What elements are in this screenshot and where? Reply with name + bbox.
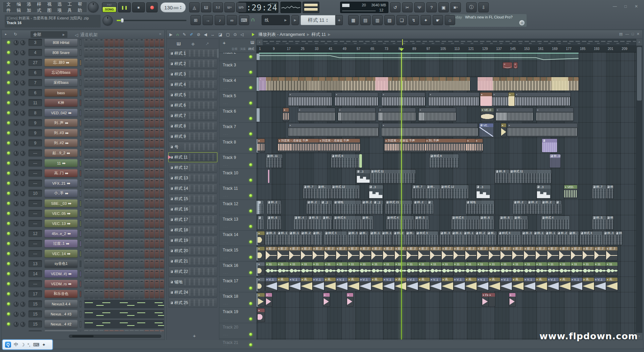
playlist-clip[interactable]: 样..2 — [557, 231, 569, 245]
step-button[interactable] — [89, 169, 94, 177]
channel-enable-led[interactable] — [7, 322, 10, 326]
step-button[interactable] — [94, 159, 99, 167]
channel-volume-knob[interactable] — [20, 191, 25, 196]
channel-enable-led[interactable] — [7, 202, 10, 205]
track-options-dots[interactable]: ··· — [223, 225, 228, 229]
step-button[interactable] — [160, 99, 164, 107]
pattern-selector[interactable]: 样式 11 ▲▼ — [301, 15, 335, 25]
step-button[interactable] — [114, 109, 119, 117]
playlist-clip[interactable]: ..2 — [321, 200, 332, 214]
step-button[interactable] — [109, 220, 114, 228]
step-button[interactable] — [124, 179, 129, 187]
track-options-dots[interactable]: ··· — [223, 102, 228, 105]
channel-volume-knob[interactable] — [20, 211, 25, 216]
step-button[interactable] — [114, 129, 119, 137]
track-options-dots[interactable]: ··· — [223, 272, 228, 275]
playlist-clip[interactable]: ▸11 — [477, 262, 488, 276]
step-button[interactable] — [140, 189, 144, 197]
step-button[interactable] — [155, 159, 159, 167]
channel-pan-knob[interactable] — [14, 261, 18, 266]
step-button[interactable] — [150, 280, 154, 288]
playlist-clip[interactable]: ▸11 — [442, 262, 453, 276]
step-button[interactable] — [129, 59, 134, 67]
playlist-track-row[interactable]: 样..6样..4样..5样..样式 6样..样式 4样..5样式 6样..6样.… — [256, 215, 636, 230]
playlist-clip[interactable]: ▸ — [258, 293, 265, 306]
step-button[interactable] — [145, 89, 149, 97]
channel-enable-led[interactable] — [7, 162, 10, 165]
step-button[interactable] — [155, 169, 159, 177]
track-header[interactable]: Track 12··· — [219, 199, 256, 215]
step-button[interactable] — [124, 149, 129, 157]
channel-enable-led[interactable] — [7, 91, 10, 94]
playlist-clip[interactable]: 样式 11 — [509, 170, 551, 183]
step-button[interactable] — [155, 330, 159, 331]
track-options-dots[interactable]: ··· — [223, 241, 228, 244]
step-button[interactable] — [89, 220, 94, 228]
step-button[interactable] — [145, 240, 149, 248]
step-button[interactable] — [135, 290, 139, 298]
tempo-display[interactable]: 130.000 ▲▼ — [160, 2, 186, 12]
step-button[interactable] — [140, 69, 144, 77]
minimize-icon[interactable]: — — [625, 32, 629, 36]
playlist-clip[interactable]: ▸ — [266, 293, 272, 306]
channel-enable-led[interactable] — [7, 312, 10, 315]
track-options-dots[interactable]: ··· — [223, 344, 228, 347]
track-header[interactable]: Track 15··· — [219, 246, 256, 261]
track-header[interactable]: Track 13··· — [219, 215, 256, 230]
menu-item-样式[interactable]: 样式 — [37, 1, 43, 13]
step-button[interactable] — [155, 49, 159, 57]
channel-enable-led[interactable] — [7, 71, 10, 74]
step-button[interactable] — [160, 129, 164, 137]
step-button[interactable] — [114, 240, 119, 248]
step-button[interactable] — [129, 220, 134, 228]
playlist-track-row[interactable]: ▸▸V..1▸V..1▸V..1▸V..1▸V..1▸V..1▸V..1▸V..… — [256, 277, 636, 292]
step-button[interactable] — [145, 220, 149, 228]
pattern-item[interactable]: 样式 13 — [168, 173, 217, 183]
save-new-button[interactable]: ▣+ — [450, 2, 461, 12]
menu-item-编辑[interactable]: 编辑 — [16, 1, 22, 13]
playlist-clip[interactable]: ▸起..2 — [594, 247, 606, 260]
step-button[interactable] — [129, 250, 134, 258]
step-button[interactable] — [94, 260, 99, 268]
track-options-dots[interactable]: ··· — [223, 148, 228, 152]
step-button[interactable] — [140, 79, 144, 87]
channel-pan-knob[interactable] — [14, 131, 18, 135]
playlist-clip[interactable] — [375, 77, 388, 91]
step-button[interactable] — [119, 230, 124, 238]
step-button[interactable] — [94, 149, 99, 157]
playlist-clip[interactable]: 样.. — [606, 185, 613, 198]
step-button[interactable] — [140, 159, 144, 167]
playlist-clip[interactable]: 样..8 — [495, 170, 509, 183]
step-button[interactable] — [150, 79, 154, 87]
step-button[interactable] — [99, 220, 104, 228]
channel-volume-knob[interactable] — [20, 261, 25, 266]
track-options-dots[interactable]: ··· — [223, 71, 228, 74]
pat-label[interactable]: PAT — [102, 3, 116, 7]
step-button[interactable] — [84, 220, 89, 228]
step-button[interactable] — [104, 179, 109, 187]
step-button[interactable] — [140, 220, 144, 228]
track-enable-led[interactable] — [249, 317, 252, 320]
track-header[interactable]: Track 11··· — [219, 184, 256, 199]
download-button[interactable]: ⇩ — [478, 2, 489, 12]
track-header[interactable]: Track 5··· — [219, 92, 256, 107]
playlist-clip[interactable]: 样..3 — [522, 231, 533, 245]
shop-button[interactable]: ⌂ — [445, 15, 455, 25]
step-button[interactable] — [135, 199, 139, 208]
step-button[interactable] — [129, 169, 134, 177]
channel-volume-knob[interactable] — [20, 141, 25, 145]
blend-recording-button[interactable]: Ш+ — [224, 2, 235, 12]
step-button[interactable] — [145, 99, 149, 107]
step-button[interactable] — [155, 230, 159, 238]
step-button[interactable] — [124, 189, 129, 197]
step-button[interactable] — [109, 99, 114, 107]
step-button[interactable] — [140, 99, 144, 107]
mixer-button[interactable]: ▧ — [384, 15, 395, 25]
track-header[interactable]: Track 21··· — [219, 338, 256, 349]
step-button[interactable] — [99, 260, 104, 268]
channel-pan-knob[interactable] — [14, 101, 18, 105]
playlist-clip[interactable]: ▸11 — [489, 262, 500, 276]
step-button[interactable] — [114, 89, 119, 97]
step-button[interactable] — [129, 129, 134, 137]
step-button[interactable] — [84, 189, 89, 197]
